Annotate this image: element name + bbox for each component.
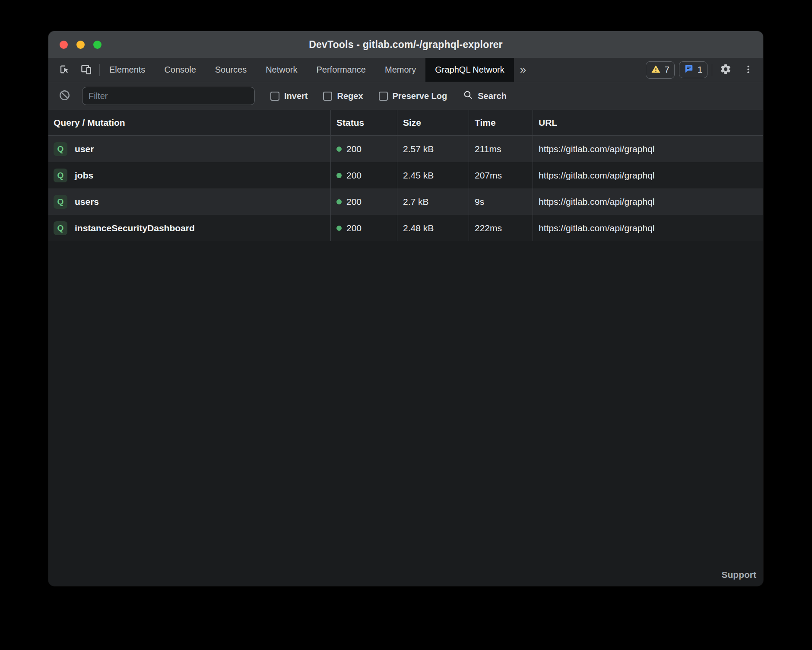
zoom-window-button[interactable]: [93, 41, 102, 49]
size-cell: 2.48 kB: [397, 215, 469, 241]
window-title: DevTools - gitlab.com/-/graphql-explorer: [309, 39, 502, 51]
url-cell: https://gitlab.com/api/graphql: [533, 215, 763, 241]
gear-icon: [720, 63, 732, 76]
panel-tabs: Elements Console Sources Network Perform…: [100, 58, 514, 82]
device-toolbar-icon: [80, 64, 92, 76]
column-header-url[interactable]: URL: [533, 110, 763, 135]
regex-label: Regex: [337, 91, 363, 101]
status-cell: 200: [330, 188, 397, 215]
query-type-badge: Q: [54, 169, 67, 182]
filter-toolbar: Invert Regex Preserve Log Search: [48, 82, 763, 110]
query-cell: Q users: [48, 188, 330, 215]
size-cell: 2.45 kB: [397, 162, 469, 188]
tab-network[interactable]: Network: [256, 58, 307, 82]
status-cell: 200: [330, 136, 397, 162]
time-cell: 211ms: [469, 136, 533, 162]
checkbox-icon: [379, 92, 388, 101]
desktop-background: DevTools - gitlab.com/-/graphql-explorer: [0, 0, 812, 650]
status-code: 200: [346, 197, 362, 207]
devtools-window: DevTools - gitlab.com/-/graphql-explorer: [48, 31, 763, 586]
tab-sources[interactable]: Sources: [206, 58, 256, 82]
url-cell: https://gitlab.com/api/graphql: [533, 136, 763, 162]
table-header: Query / Mutation Status Size Time URL: [48, 110, 763, 136]
preserve-log-checkbox[interactable]: Preserve Log: [379, 91, 447, 101]
clear-log-button[interactable]: [57, 87, 72, 105]
query-name: user: [75, 144, 94, 154]
inspect-cursor-icon: [59, 64, 70, 76]
traffic-lights: [60, 31, 102, 58]
search-control[interactable]: Search: [463, 89, 507, 102]
status-ok-dot-icon: [336, 173, 342, 178]
query-name: instanceSecurityDashboard: [75, 223, 195, 233]
warnings-count: 7: [665, 65, 669, 75]
invert-checkbox[interactable]: Invert: [270, 91, 308, 101]
status-cell: 200: [330, 215, 397, 241]
tool-icons-group: [48, 58, 99, 82]
column-header-status[interactable]: Status: [330, 110, 397, 135]
devtools-tabbar: Elements Console Sources Network Perform…: [48, 58, 763, 82]
tab-memory[interactable]: Memory: [375, 58, 425, 82]
column-header-size[interactable]: Size: [397, 110, 469, 135]
close-window-button[interactable]: [60, 41, 68, 49]
table-row[interactable]: Q user 200 2.57 kB 211ms https://gitlab.…: [48, 136, 763, 162]
column-header-query[interactable]: Query / Mutation: [48, 110, 330, 135]
support-link[interactable]: Support: [722, 570, 756, 580]
inspect-element-button[interactable]: [55, 61, 73, 79]
status-code: 200: [346, 223, 362, 233]
query-name: jobs: [75, 170, 93, 181]
query-cell: Q instanceSecurityDashboard: [48, 215, 330, 241]
issues-count: 1: [698, 65, 702, 75]
search-icon: [463, 89, 473, 102]
regex-checkbox[interactable]: Regex: [323, 91, 363, 101]
url-cell: https://gitlab.com/api/graphql: [533, 162, 763, 188]
query-type-badge: Q: [54, 195, 67, 209]
query-name: users: [75, 197, 99, 207]
table-row[interactable]: Q instanceSecurityDashboard 200 2.48 kB …: [48, 215, 763, 241]
tab-performance[interactable]: Performance: [307, 58, 376, 82]
query-cell: Q user: [48, 136, 330, 162]
tab-elements[interactable]: Elements: [100, 58, 155, 82]
status-ok-dot-icon: [336, 199, 342, 204]
device-toolbar-button[interactable]: [77, 61, 95, 79]
checkbox-icon: [270, 92, 279, 101]
table-row[interactable]: Q users 200 2.7 kB 9s https://gitlab.com…: [48, 188, 763, 215]
invert-label: Invert: [284, 91, 308, 101]
chevron-double-right-icon: »: [520, 63, 526, 76]
url-cell: https://gitlab.com/api/graphql: [533, 188, 763, 215]
status-code: 200: [346, 144, 362, 154]
search-label: Search: [478, 91, 507, 101]
table-row[interactable]: Q jobs 200 2.45 kB 207ms https://gitlab.…: [48, 162, 763, 188]
request-table-body: Q user 200 2.57 kB 211ms https://gitlab.…: [48, 136, 763, 586]
time-cell: 207ms: [469, 162, 533, 188]
warning-icon: [651, 64, 661, 76]
filter-input[interactable]: [82, 87, 255, 105]
size-cell: 2.57 kB: [397, 136, 469, 162]
block-icon: [58, 89, 71, 103]
column-header-time[interactable]: Time: [469, 110, 533, 135]
issues-icon: [684, 64, 694, 76]
status-ok-dot-icon: [336, 147, 342, 152]
kebab-menu-icon: [743, 64, 754, 76]
time-cell: 9s: [469, 188, 533, 215]
tab-console[interactable]: Console: [155, 58, 205, 82]
settings-button[interactable]: [717, 61, 735, 79]
query-type-badge: Q: [54, 142, 67, 156]
query-cell: Q jobs: [48, 162, 330, 188]
menu-button[interactable]: [739, 61, 757, 79]
query-type-badge: Q: [54, 221, 67, 235]
more-tabs-button[interactable]: »: [514, 58, 532, 82]
tab-graphql-network[interactable]: GraphQL Network: [425, 58, 514, 82]
size-cell: 2.7 kB: [397, 188, 469, 215]
time-cell: 222ms: [469, 215, 533, 241]
window-titlebar: DevTools - gitlab.com/-/graphql-explorer: [48, 31, 763, 58]
issues-badge[interactable]: 1: [679, 61, 707, 78]
warnings-badge[interactable]: 7: [646, 61, 675, 79]
preserve-log-label: Preserve Log: [393, 91, 447, 101]
minimize-window-button[interactable]: [76, 41, 85, 49]
status-ok-dot-icon: [336, 226, 342, 231]
status-cell: 200: [330, 162, 397, 188]
tabbar-right-divider: [712, 64, 712, 76]
tabbar-right-controls: 7 1: [646, 58, 763, 82]
checkbox-icon: [323, 92, 332, 101]
status-code: 200: [346, 170, 362, 181]
